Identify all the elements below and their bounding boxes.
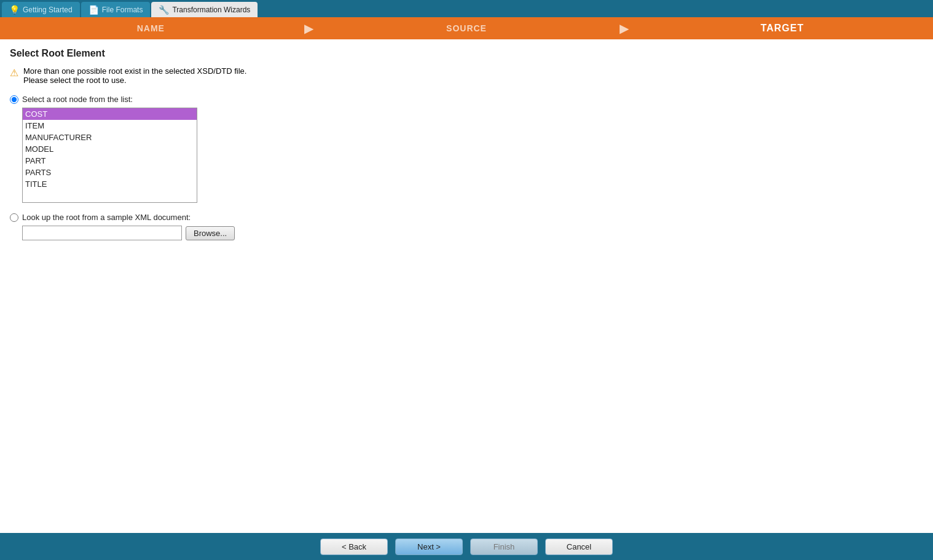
tab-getting-started-label: Getting Started bbox=[23, 6, 73, 14]
step-source: SOURCE bbox=[316, 17, 618, 39]
bottom-bar: < Back Next > Finish Cancel bbox=[0, 533, 933, 560]
warning-line2: Please select the root to use. bbox=[23, 76, 246, 85]
warning-line1: More than one possible root exist in the… bbox=[23, 66, 246, 76]
tab-transformation-wizards-label: Transformation Wizards bbox=[172, 6, 250, 14]
step-target: TARGET bbox=[631, 17, 933, 39]
list-item[interactable]: COST bbox=[23, 108, 197, 120]
radio-list-label[interactable]: Select a root node from the list: bbox=[10, 95, 923, 104]
list-item[interactable]: PARTS bbox=[23, 167, 197, 178]
cancel-button[interactable]: Cancel bbox=[545, 538, 613, 555]
root-node-list[interactable]: COSTITEMMANUFACTURERMODELPARTPARTSTITLE bbox=[22, 108, 197, 203]
list-item[interactable]: PART bbox=[23, 155, 197, 167]
steps-bar: NAME ▶ SOURCE ▶ TARGET bbox=[0, 17, 933, 39]
radio-list-text: Select a root node from the list: bbox=[22, 95, 133, 104]
list-item[interactable]: MODEL bbox=[23, 143, 197, 155]
warning-box: ⚠ More than one possible root exist in t… bbox=[10, 66, 923, 85]
page-title: Select Root Element bbox=[10, 48, 923, 59]
radio-list-input[interactable] bbox=[10, 95, 18, 104]
back-button[interactable]: < Back bbox=[320, 538, 388, 555]
browse-button[interactable]: Browse... bbox=[186, 226, 235, 240]
radio-browse-text: Look up the root from a sample XML docum… bbox=[22, 213, 191, 222]
browse-section: Look up the root from a sample XML docum… bbox=[10, 213, 923, 240]
radio-browse-label[interactable]: Look up the root from a sample XML docum… bbox=[10, 213, 923, 222]
list-item[interactable]: TITLE bbox=[23, 178, 197, 190]
browse-input[interactable] bbox=[22, 226, 182, 240]
main-content: Select Root Element ⚠ More than one poss… bbox=[0, 39, 933, 533]
radio-section-list: Select a root node from the list: COSTIT… bbox=[10, 95, 923, 203]
warning-text: More than one possible root exist in the… bbox=[23, 66, 246, 85]
browse-row: Browse... bbox=[22, 226, 923, 240]
tab-bar: 💡 Getting Started 📄 File Formats 🔧 Trans… bbox=[0, 0, 933, 17]
transformation-wizards-icon: 🔧 bbox=[159, 5, 169, 15]
tab-file-formats-label: File Formats bbox=[102, 6, 143, 14]
step-name: NAME bbox=[0, 17, 302, 39]
warning-icon: ⚠ bbox=[10, 67, 18, 79]
next-button[interactable]: Next > bbox=[395, 538, 463, 555]
finish-button: Finish bbox=[470, 538, 538, 555]
list-item[interactable]: MANUFACTURER bbox=[23, 132, 197, 143]
radio-browse-input[interactable] bbox=[10, 213, 18, 222]
step-arrow-1: ▶ bbox=[302, 21, 316, 36]
tab-file-formats[interactable]: 📄 File Formats bbox=[81, 2, 151, 17]
step-arrow-2: ▶ bbox=[617, 21, 631, 36]
file-formats-icon: 📄 bbox=[89, 5, 99, 15]
tab-getting-started[interactable]: 💡 Getting Started bbox=[2, 2, 80, 17]
getting-started-icon: 💡 bbox=[9, 5, 20, 15]
tab-transformation-wizards[interactable]: 🔧 Transformation Wizards bbox=[151, 2, 258, 17]
list-item[interactable]: ITEM bbox=[23, 120, 197, 132]
